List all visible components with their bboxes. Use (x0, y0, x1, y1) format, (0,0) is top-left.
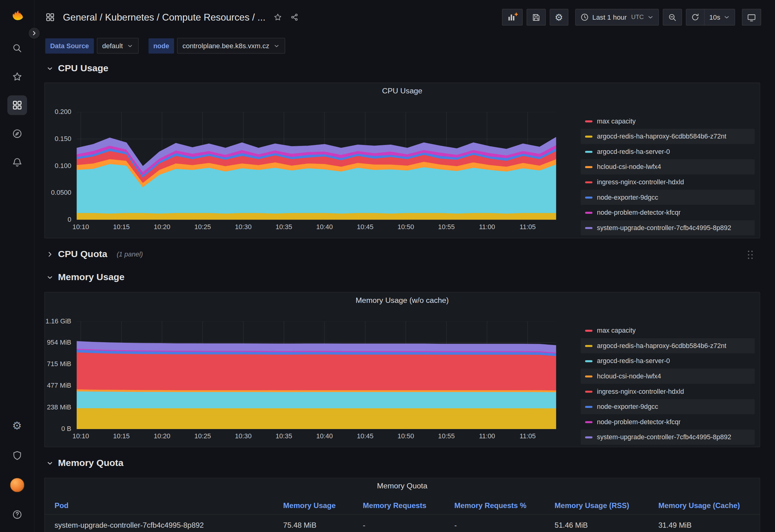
node-label: node (148, 38, 174, 53)
datasource-picker[interactable]: default (97, 38, 139, 53)
legend-item[interactable]: node-exporter-9dgcc (581, 190, 755, 205)
share-icon[interactable] (290, 13, 299, 22)
chevron-down-icon (723, 14, 730, 21)
x-axis: 10:1010:1510:2010:2510:3010:3510:4010:45… (77, 432, 556, 442)
favorite-star-icon[interactable] (273, 13, 282, 22)
table-cell: 51.46 MiB (555, 521, 659, 529)
panel-title[interactable]: Memory Usage (w/o cache) (45, 296, 760, 305)
time-range-label: Last 1 hour (592, 13, 627, 21)
x-axis-label: 10:55 (438, 223, 455, 230)
table-column-header[interactable]: Pod (55, 498, 283, 514)
legend-color-dash (585, 436, 593, 438)
compass-icon (12, 128, 22, 139)
y-axis-label: 0.150 (45, 135, 74, 143)
sidebar-item-search[interactable] (7, 38, 27, 58)
sidebar-item-server-admin[interactable]: ⚙ (7, 416, 27, 436)
legend-color-dash (585, 212, 593, 213)
tv-icon (747, 13, 756, 22)
x-axis-label: 10:50 (397, 223, 414, 230)
table-body: system-upgrade-controller-7cfb4c4995-8p8… (45, 515, 760, 532)
legend-item[interactable]: argocd-redis-ha-server-0 (581, 144, 755, 159)
legend-label: max capacity (597, 327, 636, 334)
table-cell: - (363, 521, 455, 529)
panel-title[interactable]: CPU Usage (45, 87, 760, 96)
legend-item[interactable]: argocd-redis-ha-haproxy-6cdbb584b6-z72nt (581, 338, 755, 354)
time-range-picker[interactable]: Last 1 hour UTC (575, 9, 659, 25)
legend-item[interactable]: argocd-redis-ha-haproxy-6cdbb584b6-z72nt (581, 129, 755, 144)
table-column-header[interactable]: Memory Usage (283, 498, 363, 514)
table-cell: - (454, 521, 554, 529)
sidebar-item-profile[interactable] (7, 475, 27, 495)
x-axis-label: 10:55 (438, 432, 455, 440)
legend-color-dash (585, 360, 593, 362)
y-axis-label: 715 MiB (45, 360, 74, 368)
legend-item[interactable]: argocd-redis-ha-server-0 (581, 353, 755, 369)
user-avatar (10, 478, 24, 492)
x-axis-label: 11:00 (479, 223, 495, 230)
legend-label: argocd-redis-ha-haproxy-6cdbb584b6-z72nt (597, 342, 726, 350)
legend-item[interactable]: hcloud-csi-node-lwfx4 (581, 369, 755, 384)
legend-item[interactable]: max capacity (581, 323, 755, 338)
sidebar: ⚙ (0, 0, 34, 532)
area-series-argocd-redis-ha-haproxy-6cdbb584b6-z72nt (77, 213, 556, 220)
sidebar-item-explore[interactable] (7, 124, 27, 143)
sidebar-item-dashboards[interactable] (7, 95, 27, 115)
refresh-interval-picker[interactable]: 10s (704, 9, 735, 25)
legend-item[interactable]: node-problem-detector-kfcqr (581, 205, 755, 220)
node-picker[interactable]: controlplane.bee.k8s.vxm.cz (177, 38, 285, 53)
zoom-out-button[interactable] (663, 9, 682, 25)
section-drag-handle[interactable] (748, 251, 753, 260)
memory-usage-section-toggle[interactable]: Memory Usage (46, 270, 124, 284)
table-column-header[interactable]: Memory Requests % (454, 498, 554, 514)
sidebar-item-help[interactable] (7, 505, 27, 524)
table-column-header[interactable]: Memory Usage (Cache) (658, 498, 760, 514)
legend-color-dash (585, 227, 593, 229)
legend-item[interactable]: ingress-nginx-controller-hdxld (581, 384, 755, 399)
chevron-down-icon (46, 459, 53, 467)
legend-item[interactable]: node-exporter-9dgcc (581, 399, 755, 414)
table-column-header[interactable]: Memory Requests (363, 498, 455, 514)
add-panel-button[interactable] (502, 9, 523, 25)
grafana-app: ⚙ (0, 0, 775, 532)
legend-label: node-problem-detector-kfcqr (597, 209, 681, 216)
memory-usage-chart[interactable] (77, 321, 556, 429)
legend-color-dash (585, 375, 593, 377)
section-title: CPU Quota (58, 249, 107, 260)
breadcrumb: General / Kubernetes / Compute Resources… (45, 12, 299, 23)
sidebar-item-starred[interactable] (7, 67, 27, 87)
legend-item[interactable]: system-upgrade-controller-7cfb4c4995-8p8… (581, 429, 755, 445)
cpu-usage-section-toggle[interactable]: CPU Usage (46, 61, 108, 76)
cpu-usage-chart[interactable] (77, 112, 556, 220)
dashboards-grid-icon (12, 100, 22, 111)
chevron-down-icon (273, 42, 280, 49)
legend-color-dash (585, 406, 593, 408)
table-column-header[interactable]: Memory Usage (RSS) (555, 498, 659, 514)
legend-item[interactable]: ingress-nginx-controller-hdxld (581, 174, 755, 190)
datasource-value: default (102, 42, 123, 50)
legend-item[interactable]: hcloud-csi-node-lwfx4 (581, 159, 755, 174)
sidebar-expand-button[interactable] (28, 27, 40, 39)
dashboard-settings-button[interactable]: ⚙ (550, 9, 568, 25)
memory-quota-section-toggle[interactable]: Memory Quota (46, 456, 123, 470)
datasource-variable: Data Source default (45, 38, 139, 53)
panel-title[interactable]: Memory Quota (45, 482, 760, 491)
tv-mode-button[interactable] (742, 9, 761, 25)
help-icon (12, 509, 22, 520)
dashboard-title[interactable]: General / Kubernetes / Compute Resources… (63, 12, 265, 23)
sidebar-item-alerting[interactable] (7, 152, 27, 172)
legend-label: max capacity (597, 117, 636, 125)
star-icon (12, 71, 22, 82)
bell-icon (12, 157, 22, 167)
cpu-quota-section-toggle[interactable]: CPU Quota (1 panel) (46, 247, 758, 261)
legend-item[interactable]: system-upgrade-controller-7cfb4c4995-8p8… (581, 220, 755, 236)
grafana-logo[interactable] (8, 7, 26, 25)
refresh-button[interactable] (687, 9, 704, 25)
y-axis-label: 238 MiB (45, 404, 74, 411)
area-series-argocd-redis-ha-haproxy-6cdbb584b6-z72nt (77, 408, 556, 429)
legend-item[interactable]: node-problem-detector-kfcqr (581, 414, 755, 430)
save-dashboard-button[interactable] (527, 9, 546, 25)
legend-item[interactable]: max capacity (581, 114, 755, 129)
sidebar-item-admin[interactable] (7, 446, 27, 465)
legend-label: ingress-nginx-controller-hdxld (597, 178, 684, 186)
panel-add-icon (507, 12, 518, 22)
